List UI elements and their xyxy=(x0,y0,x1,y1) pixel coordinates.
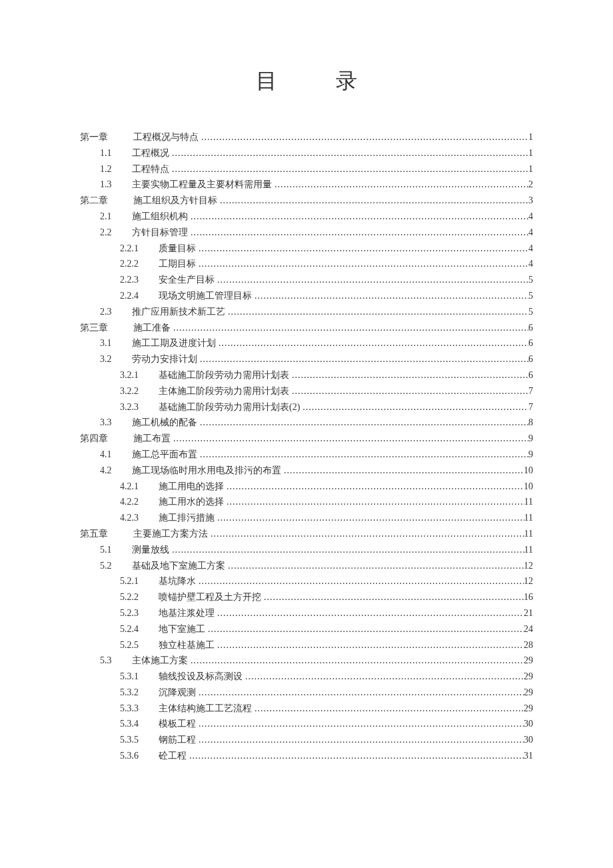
toc-entry[interactable]: 2.2.1质量目标4 xyxy=(80,241,533,257)
toc-entry-number: 第四章 xyxy=(80,431,120,447)
toc-entry-number: 第一章 xyxy=(80,129,120,145)
toc-leader-dots xyxy=(205,621,524,637)
toc-entry[interactable]: 4.2施工现场临时用水用电及排污的布置10 xyxy=(80,463,533,479)
toc-entry-number: 第二章 xyxy=(80,193,120,209)
toc-entry-number: 5.1 xyxy=(100,542,120,558)
toc-entry[interactable]: 3.2.1基础施工阶段劳动力需用计划表6 xyxy=(80,367,533,383)
toc-entry-page: 5 xyxy=(528,272,533,288)
toc-entry[interactable]: 5.2.2喷锚护壁工程及土方开挖16 xyxy=(80,589,533,605)
toc-entry-page: 6 xyxy=(528,320,533,336)
toc-entry[interactable]: 2.1施工组织机构4 xyxy=(80,209,533,225)
toc-entry-page: 5 xyxy=(528,304,533,320)
toc-leader-dots xyxy=(208,526,524,542)
toc-entry[interactable]: 第五章主要施工方案方法11 xyxy=(80,526,533,542)
toc-leader-dots xyxy=(171,431,528,447)
toc-entry[interactable]: 5.3主体施工方案29 xyxy=(80,653,533,669)
toc-leader-dots xyxy=(169,542,524,558)
toc-entry-number: 2.2.2 xyxy=(120,256,147,272)
toc-entry-page: 21 xyxy=(524,605,533,621)
toc-leader-dots xyxy=(217,193,528,209)
toc-entry-title: 独立柱基施工 xyxy=(159,637,215,653)
toc-entry-title: 施工组织机构 xyxy=(132,209,188,225)
toc-entry[interactable]: 5.3.5钢筋工程30 xyxy=(80,732,533,748)
toc-entry-page: 11 xyxy=(524,542,533,558)
toc-leader-dots xyxy=(196,716,524,732)
toc-entry[interactable]: 2.3推广应用新技术新工艺5 xyxy=(80,304,533,320)
toc-entry[interactable]: 第四章施工布置9 xyxy=(80,431,533,447)
toc-entry-number: 5.3 xyxy=(100,653,120,669)
toc-entry-page: 12 xyxy=(524,573,533,589)
toc-entry[interactable]: 3.3施工机械的配备8 xyxy=(80,415,533,431)
toc-entry-title: 方针目标管理 xyxy=(132,225,188,241)
toc-entry[interactable]: 5.2.4地下室施工24 xyxy=(80,621,533,637)
toc-entry-number: 第三章 xyxy=(80,320,120,336)
toc-entry[interactable]: 5.3.2沉降观测29 xyxy=(80,685,533,701)
toc-entry-title: 喷锚护壁工程及土方开挖 xyxy=(159,589,261,605)
toc-entry[interactable]: 第一章工程概况与特点1 xyxy=(80,129,533,145)
toc-entry-title: 工程概况 xyxy=(132,145,169,161)
toc-entry-page: 6 xyxy=(528,335,533,351)
toc-entry[interactable]: 5.2.5独立柱基施工28 xyxy=(80,637,533,653)
toc-leader-dots xyxy=(196,256,528,272)
toc-entry[interactable]: 2.2.4现场文明施工管理目标5 xyxy=(80,288,533,304)
toc-entry[interactable]: 4.2.1施工用电的选择10 xyxy=(80,479,533,495)
toc-entry-page: 31 xyxy=(524,748,533,764)
toc-leader-dots xyxy=(199,129,528,145)
toc-entry[interactable]: 5.2基础及地下室施工方案12 xyxy=(80,558,533,574)
toc-entry-title: 现场文明施工管理目标 xyxy=(159,288,252,304)
toc-leader-dots xyxy=(300,399,528,415)
toc-entry-page: 6 xyxy=(528,367,533,383)
toc-entry[interactable]: 5.2.3地基注浆处理21 xyxy=(80,605,533,621)
toc-entry-number: 2.2.3 xyxy=(120,272,147,288)
toc-entry[interactable]: 2.2.3安全生产目标5 xyxy=(80,272,533,288)
toc-entry[interactable]: 4.1施工总平面布置9 xyxy=(80,447,533,463)
toc-entry-title: 施工现场临时用水用电及排污的布置 xyxy=(132,463,281,479)
toc-entry[interactable]: 4.2.2施工用水的选择11 xyxy=(80,494,533,510)
toc-entry[interactable]: 2.2.2工期目标4 xyxy=(80,256,533,272)
toc-entry-title: 钢筋工程 xyxy=(159,732,196,748)
toc-entry[interactable]: 3.2.2主体施工阶段劳动力需用计划表7 xyxy=(80,383,533,399)
toc-entry[interactable]: 1.2工程特点1 xyxy=(80,161,533,177)
toc-entry-title: 施工机械的配备 xyxy=(132,415,197,431)
toc-entry-title: 基础施工阶段劳动力需用计划表(2) xyxy=(159,399,300,415)
toc-entry-title: 推广应用新技术新工艺 xyxy=(132,304,225,320)
toc-entry-page: 9 xyxy=(528,447,533,463)
toc-entry-title: 施工总平面布置 xyxy=(132,447,197,463)
toc-entry-number: 2.2.4 xyxy=(120,288,147,304)
toc-entry[interactable]: 第二章施工组织及方针目标3 xyxy=(80,193,533,209)
toc-entry[interactable]: 5.3.4模板工程30 xyxy=(80,716,533,732)
toc-entry[interactable]: 3.2劳动力安排计划6 xyxy=(80,351,533,367)
toc-leader-dots xyxy=(224,479,524,495)
toc-entry[interactable]: 2.2方针目标管理4 xyxy=(80,225,533,241)
toc-leader-dots xyxy=(171,320,528,336)
toc-entry-title: 地基注浆处理 xyxy=(159,605,215,621)
toc-leader-dots xyxy=(215,637,524,653)
toc-entry-page: 12 xyxy=(524,558,533,574)
toc-entry[interactable]: 第三章施工准备6 xyxy=(80,320,533,336)
toc-entry-page: 4 xyxy=(528,225,533,241)
toc-entry[interactable]: 5.3.1轴线投设及标高测设29 xyxy=(80,669,533,685)
toc-entry-title: 基础施工阶段劳动力需用计划表 xyxy=(159,367,289,383)
toc-entry-title: 地下室施工 xyxy=(159,621,205,637)
toc-leader-dots xyxy=(252,288,528,304)
toc-entry[interactable]: 3.1施工工期及进度计划6 xyxy=(80,335,533,351)
toc-leader-dots xyxy=(289,367,528,383)
toc-entry[interactable]: 5.2.1基坑降水12 xyxy=(80,573,533,589)
toc-entry-page: 9 xyxy=(528,431,533,447)
toc-entry[interactable]: 3.2.3基础施工阶段劳动力需用计划表(2)7 xyxy=(80,399,533,415)
toc-entry[interactable]: 4.2.3施工排污措施11 xyxy=(80,510,533,526)
toc-leader-dots xyxy=(169,145,528,161)
toc-entry-number: 2.2.1 xyxy=(120,241,147,257)
toc-entry[interactable]: 5.1测量放线11 xyxy=(80,542,533,558)
toc-leader-dots xyxy=(196,241,528,257)
toc-entry[interactable]: 1.1工程概况1 xyxy=(80,145,533,161)
toc-entry[interactable]: 1.3主要实物工程量及主要材料需用量2 xyxy=(80,177,533,193)
toc-entry[interactable]: 5.3.3主体结构施工工艺流程29 xyxy=(80,701,533,717)
toc-entry-number: 5.3.2 xyxy=(120,685,147,701)
toc-entry-page: 29 xyxy=(524,653,533,669)
toc-leader-dots xyxy=(216,335,528,351)
toc-entry-number: 3.3 xyxy=(100,415,120,431)
toc-leader-dots xyxy=(289,383,528,399)
toc-entry-number: 5.2.1 xyxy=(120,573,147,589)
toc-entry[interactable]: 5.3.6砼工程31 xyxy=(80,748,533,764)
